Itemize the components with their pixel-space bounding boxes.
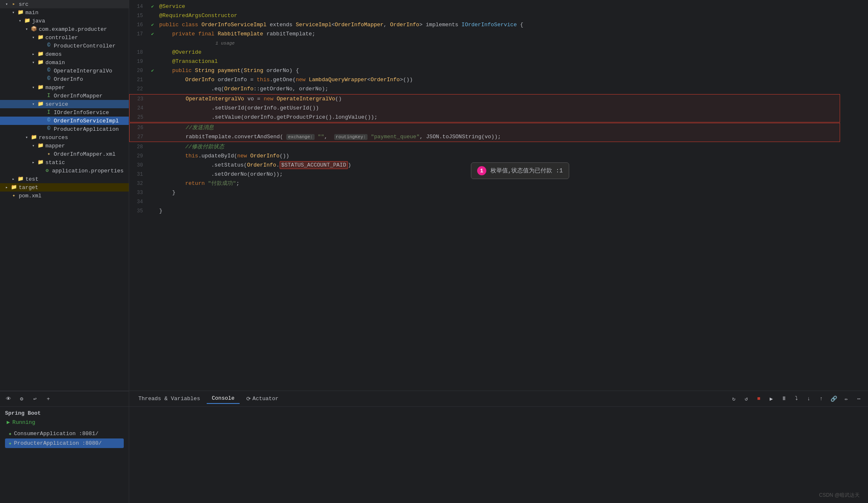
code-content-29: this.updateById(new OrderInfo()) <box>157 152 868 161</box>
tree-item-service[interactable]: ▾ 📁 service <box>0 100 129 108</box>
folder-icon-mapper: 📁 <box>37 84 44 91</box>
tree-item-controller[interactable]: ▾ 📁 controller <box>0 33 129 42</box>
wrap-icon[interactable]: ↩ <box>30 394 40 404</box>
line-num-27: 27 <box>130 132 148 142</box>
tree-label-mapper: mapper <box>45 85 65 91</box>
code-content-24: .setUserId(orderInfo.getUserId()) <box>158 104 840 113</box>
tree-item-operate[interactable]: © OperateIntergralVo <box>0 67 129 75</box>
line-num-32: 32 <box>129 179 148 188</box>
line-num-17: 17 <box>129 30 148 39</box>
tree-label-controller: controller <box>45 35 78 41</box>
console-content[interactable] <box>129 407 868 503</box>
stop-icon[interactable]: ■ <box>754 394 764 404</box>
tree-arrow-target[interactable]: ▸ <box>3 185 10 190</box>
step-out-icon[interactable]: ↑ <box>816 394 826 404</box>
line-num-22: 22 <box>129 85 148 94</box>
tree-arrow-domain[interactable]: ▾ <box>30 60 37 65</box>
run-info: Spring Boot ▶ Running ✦ ConsumerApplicat… <box>0 407 129 451</box>
run-arrow: ▶ <box>7 419 10 426</box>
tree-arrow-package[interactable]: ▾ <box>23 27 30 32</box>
tree-arrow-controller[interactable]: ▾ <box>30 35 37 40</box>
tree-item-test[interactable]: ▸ 📁 test <box>0 175 129 183</box>
editor-content[interactable]: 14 ✔ @Service 15 @RequiredArgsConstructo… <box>129 0 868 391</box>
tree-item-domain[interactable]: ▾ 📁 domain <box>0 58 129 67</box>
tab-actuator[interactable]: ⟳ Actuator <box>241 394 283 404</box>
tree-label-iorderinfo: IOrderInfoService <box>54 110 109 116</box>
xml-icon-orderinfomapper: ✦ <box>45 151 53 157</box>
folder-icon-static: 📁 <box>37 159 44 166</box>
resume-icon[interactable]: ▶ <box>766 394 776 404</box>
step-over-icon[interactable]: ⤵ <box>791 394 801 404</box>
tree-item-orderinfoserviceimpl[interactable]: © OrderInfoServiceImpl <box>0 117 129 125</box>
run-app-producter[interactable]: ✦ ProducterApplication :8080/ <box>5 438 124 448</box>
class-icon-producter-ctrl: © <box>45 42 53 49</box>
xml-icon-pom: ✦ <box>10 192 18 199</box>
tree-arrow-java[interactable]: ▾ <box>17 18 23 23</box>
run-toolbar: 👁 ⚙ ↩ + <box>0 391 129 407</box>
tree-arrow-main[interactable]: ▾ <box>10 10 17 15</box>
more-icon[interactable]: ⋯ <box>854 394 864 404</box>
code-line-33: 33 } <box>129 188 868 197</box>
tree-item-orderinfomapper[interactable]: I OrderInfoMapper <box>0 92 129 100</box>
tree-item-mapper[interactable]: ▾ 📁 mapper <box>0 83 129 92</box>
code-line-35: 35 } <box>129 207 868 216</box>
tab-console[interactable]: Console <box>207 393 240 404</box>
tree-item-package[interactable]: ▾ 📦 com.example.producter <box>0 25 129 33</box>
tree-item-pom-xml[interactable]: ✦ pom.xml <box>0 192 129 200</box>
tree-arrow-service[interactable]: ▾ <box>30 102 37 107</box>
tree-item-target[interactable]: ▸ 📁 target <box>0 183 129 192</box>
tooltip-text: 枚举值,状态值为已付款 :1 <box>490 167 563 174</box>
tree-arrow-mapper[interactable]: ▾ <box>30 85 37 90</box>
tree-item-java[interactable]: ▾ 📁 java <box>0 17 129 25</box>
filter-icon[interactable]: ⚙ <box>17 394 27 404</box>
pause-icon[interactable]: ⏸ <box>779 394 789 404</box>
folder-icon-target: 📁 <box>10 184 18 191</box>
line-num-20: 20 <box>129 66 148 75</box>
run-app-consumer[interactable]: ✦ ConsumerApplication :8081/ <box>5 429 124 438</box>
tree-label-orderinfo: OrderInfo <box>54 76 83 82</box>
interface-icon-iorder: I <box>45 109 53 116</box>
class-icon-operate: © <box>45 67 53 74</box>
tree-item-main[interactable]: ▾ 📁 main <box>0 8 129 17</box>
rerun2-icon[interactable]: ↺ <box>741 394 751 404</box>
line-num-16: 16 <box>129 20 148 30</box>
file-tree-scroll[interactable]: ▾ ▸ src ▾ 📁 main ▾ 📁 java ▾ <box>0 0 129 391</box>
code-line-25: 25 .setValue(orderInfo.getProductPrice()… <box>130 113 840 122</box>
line-num-18: 18 <box>129 48 148 57</box>
code-line-16: 16 ✔ public class OrderInfoServiceImpl e… <box>129 20 868 30</box>
tree-arrow-mapper2[interactable]: ▾ <box>30 143 37 148</box>
tree-item-src[interactable]: ▾ ▸ src <box>0 0 129 8</box>
class-icon-orderimpl: © <box>45 117 53 124</box>
tree-item-mapper2[interactable]: ▾ 📁 mapper <box>0 142 129 150</box>
eye-icon[interactable]: 👁 <box>3 394 13 404</box>
edit-icon[interactable]: ✏ <box>841 394 851 404</box>
tree-arrow-test[interactable]: ▸ <box>10 177 17 182</box>
tree-item-app-properties[interactable]: ⚙ application.properties <box>0 167 129 175</box>
tab-threads-variables[interactable]: Threads & Variables <box>133 394 205 403</box>
tooltip-annotation: 1 枚举值,状态值为已付款 :1 <box>471 162 569 179</box>
mute-icon[interactable]: 🔗 <box>829 394 839 404</box>
tree-arrow-resources[interactable]: ▾ <box>23 135 30 140</box>
tree-item-producter-controller[interactable]: © ProducterController <box>0 42 129 50</box>
add-config-icon[interactable]: + <box>43 394 53 404</box>
tree-label-main: main <box>25 10 38 16</box>
tree-item-orderinfomapper-xml[interactable]: ✦ OrderInfoMapper.xml <box>0 150 129 158</box>
tree-item-resources[interactable]: ▾ 📁 resources <box>0 133 129 142</box>
tree-item-orderinfo[interactable]: © OrderInfo <box>0 75 129 83</box>
bottom-panel: 👁 ⚙ ↩ + Spring Boot ▶ Running ✦ Consumer… <box>0 391 868 503</box>
tree-item-static[interactable]: ▸ 📁 static <box>0 158 129 167</box>
tree-item-iorderinfoservice[interactable]: I IOrderInfoService <box>0 108 129 117</box>
tree-arrow-demos[interactable]: ▸ <box>30 52 37 57</box>
folder-icon-mapper2: 📁 <box>37 142 44 149</box>
run-app-consumer-label: ConsumerApplication :8081/ <box>14 431 98 437</box>
code-line-19: 19 @Transactional <box>129 57 868 66</box>
tree-arrow-static[interactable]: ▸ <box>30 160 37 165</box>
code-content-22: .eq(OrderInfo::getOrderNo, orderNo); <box>157 85 868 94</box>
tree-item-producterapplication[interactable]: © ProducterApplication <box>0 125 129 133</box>
tree-item-demos[interactable]: ▸ 📁 demos <box>0 50 129 58</box>
step-into-icon[interactable]: ↓ <box>804 394 814 404</box>
rerun-icon[interactable]: ↻ <box>729 394 739 404</box>
actuator-icon: ⟳ <box>246 396 251 402</box>
tree-arrow-src[interactable]: ▾ <box>3 2 10 7</box>
tree-label-src: src <box>19 1 28 7</box>
